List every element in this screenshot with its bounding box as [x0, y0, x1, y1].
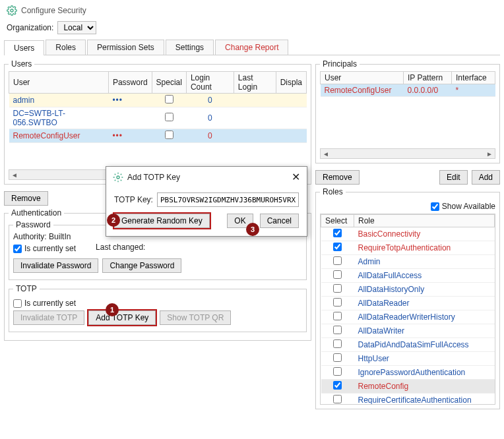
table-row[interactable]: RemoteConfigUser•••0	[9, 129, 307, 143]
users-table: User Password Special Login Count Last L…	[9, 71, 307, 143]
role-checkbox[interactable]	[333, 326, 342, 334]
role-row[interactable]: Admin	[321, 255, 495, 269]
invalidate-password-button[interactable]: Invalidate Password	[13, 258, 98, 273]
principals-panel: Principals User IP Pattern Interface Rem…	[315, 59, 500, 163]
principals-horizontal-scrollbar[interactable]: ◄ ►	[320, 148, 495, 159]
annotation-3: 3	[246, 223, 259, 236]
special-checkbox[interactable]	[165, 131, 173, 139]
remove-user-button[interactable]: Remove	[4, 191, 48, 206]
role-row[interactable]: RemoteConfig	[321, 380, 495, 394]
role-checkbox[interactable]	[333, 256, 342, 265]
main-tabs: Users Roles Permission Sets Settings Cha…	[4, 40, 500, 55]
roles-table: Select Role BasicConnectivityRequireTotp…	[321, 214, 495, 405]
totp-key-label: TOTP Key:	[114, 195, 153, 204]
role-checkbox[interactable]	[333, 367, 342, 376]
change-password-button[interactable]: Change Password	[102, 258, 181, 273]
role-row[interactable]: HttpUser	[321, 352, 495, 366]
role-checkbox[interactable]	[333, 381, 342, 390]
role-row[interactable]: AllDataReader	[321, 297, 495, 310]
role-checkbox[interactable]	[333, 229, 342, 237]
scroll-left-icon[interactable]: ◄	[321, 150, 331, 158]
table-row[interactable]: admin•••0	[9, 94, 307, 107]
generate-random-key-button[interactable]: Generate Random Key	[114, 214, 210, 228]
role-checkbox[interactable]	[333, 312, 342, 320]
password-is-set-checkbox[interactable]	[13, 245, 22, 253]
tab-settings[interactable]: Settings	[166, 40, 214, 55]
table-row[interactable]: DC=SWTB-LT-056.SWTBO0	[9, 107, 307, 129]
gear-icon	[113, 172, 123, 183]
role-checkbox[interactable]	[333, 298, 342, 307]
gear-icon	[7, 5, 17, 16]
tab-permission-sets[interactable]: Permission Sets	[87, 40, 164, 55]
annotation-1: 1	[106, 303, 119, 316]
svg-point-0	[11, 9, 13, 12]
role-row[interactable]: AllDataWriter	[321, 324, 495, 338]
role-row[interactable]: RequireCertificateAuthentication	[321, 394, 495, 405]
remove-principal-button[interactable]: Remove	[315, 170, 360, 185]
dialog-title: Add TOTP Key	[127, 173, 180, 182]
authority-value: BuiltIn	[49, 232, 71, 241]
role-row[interactable]: AllDataFullAccess	[321, 269, 495, 283]
role-checkbox[interactable]	[333, 339, 342, 348]
organization-select[interactable]: Local	[57, 21, 96, 34]
role-row[interactable]: AllDataReaderWriterHistory	[321, 310, 495, 324]
scroll-right-icon[interactable]: ►	[484, 150, 495, 158]
role-row[interactable]: AllDataHistoryOnly	[321, 283, 495, 297]
last-changed-label: Last changed:	[96, 243, 145, 252]
window-title: Configure Security	[21, 6, 86, 15]
tab-users[interactable]: Users	[4, 40, 44, 55]
show-available-checkbox[interactable]	[431, 202, 439, 211]
role-checkbox[interactable]	[333, 284, 342, 293]
organization-label: Organization:	[7, 23, 53, 32]
role-checkbox[interactable]	[333, 395, 342, 403]
add-totp-key-button[interactable]: Add TOTP Key	[88, 310, 156, 325]
totp-key-input[interactable]	[157, 192, 299, 207]
show-totp-qr-button[interactable]: Show TOTP QR	[160, 310, 231, 325]
invalidate-totp-button[interactable]: Invalidate TOTP	[13, 310, 84, 325]
roles-panel: Roles Show Available Select Role BasicCo…	[315, 187, 500, 409]
annotation-2: 2	[107, 214, 120, 227]
edit-principal-button[interactable]: Edit	[439, 170, 468, 185]
authority-label: Authority:	[13, 232, 47, 241]
principals-table: User IP Pattern Interface RemoteConfigUs…	[320, 71, 495, 97]
special-checkbox[interactable]	[165, 113, 173, 121]
close-icon[interactable]: ✕	[292, 171, 300, 183]
tab-change-report[interactable]: Change Report	[215, 40, 288, 55]
role-row[interactable]: IgnorePasswordAuthentication	[321, 366, 495, 380]
role-row[interactable]: DataPidAndDataSimFullAccess	[321, 338, 495, 352]
role-checkbox[interactable]	[333, 243, 342, 251]
svg-point-1	[117, 176, 119, 179]
users-panel-title: Users	[9, 59, 34, 69]
role-row[interactable]: RequireTotpAuthentication	[321, 241, 495, 255]
add-principal-button[interactable]: Add	[472, 170, 500, 185]
role-checkbox[interactable]	[333, 353, 342, 362]
add-totp-key-dialog: Add TOTP Key ✕ TOTP Key: Generate Random…	[106, 166, 307, 237]
role-row[interactable]: BasicConnectivity	[321, 227, 495, 241]
totp-group: TOTP Is currently set Invalidate TOTP Ad…	[9, 284, 307, 332]
scroll-left-icon[interactable]: ◄	[9, 171, 20, 179]
role-checkbox[interactable]	[333, 270, 342, 279]
tab-roles[interactable]: Roles	[46, 40, 86, 55]
table-row[interactable]: RemoteConfigUser0.0.0.0/0*	[321, 84, 495, 97]
cancel-button[interactable]: Cancel	[260, 214, 299, 228]
special-checkbox[interactable]	[165, 95, 173, 103]
authentication-title: Authentication	[9, 208, 64, 218]
totp-is-set-checkbox[interactable]	[13, 299, 22, 308]
